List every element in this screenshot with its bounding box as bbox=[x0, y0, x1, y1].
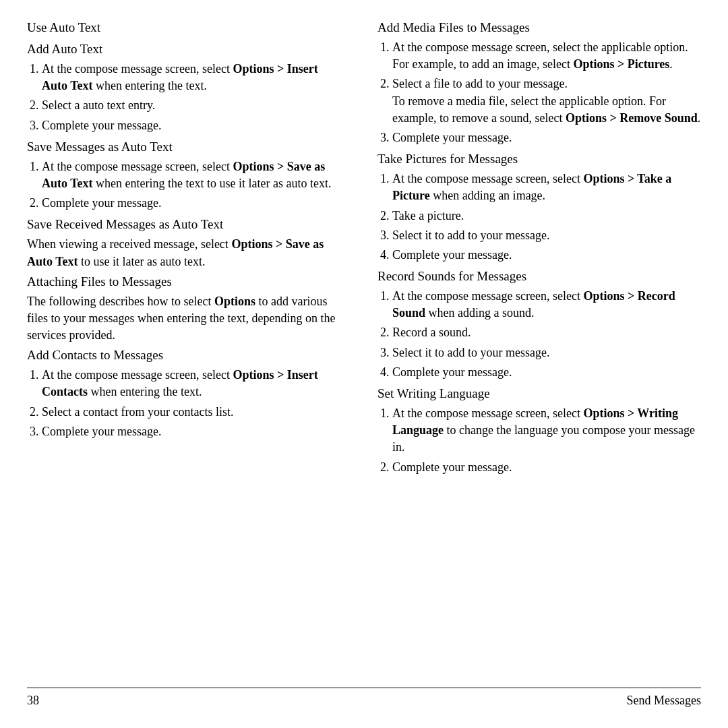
list-item: At the compose message screen, select Op… bbox=[42, 367, 344, 400]
content-area: Use Auto Text Add Auto Text At the compo… bbox=[27, 20, 701, 681]
list-item: Select it to add to your message. bbox=[392, 344, 701, 361]
footer-section-label: Send Messages bbox=[627, 694, 702, 708]
section-title-record-sounds: Record Sounds for Messages bbox=[377, 269, 526, 283]
add-contacts-list: At the compose message screen, select Op… bbox=[42, 367, 344, 440]
add-auto-text-list: At the compose message screen, select Op… bbox=[42, 61, 344, 134]
right-column: Add Media Files to Messages At the compo… bbox=[364, 20, 701, 681]
list-item: Complete your message. bbox=[42, 117, 344, 134]
section-save-messages-auto-text: Save Messages as Auto Text At the compos… bbox=[27, 140, 344, 212]
section-title-save-received: Save Received Messages as Auto Text bbox=[27, 217, 223, 231]
left-column: Use Auto Text Add Auto Text At the compo… bbox=[27, 20, 364, 681]
section-add-contacts: Add Contacts to Messages At the compose … bbox=[27, 348, 344, 440]
section-attaching-files: Attaching Files to Messages The followin… bbox=[27, 274, 344, 344]
list-item: At the compose message screen, select th… bbox=[392, 39, 701, 73]
list-item: Take a picture. bbox=[392, 208, 701, 224]
list-item: Select it to add to your message. bbox=[392, 227, 701, 244]
section-title-writing-language: Set Writing Language bbox=[377, 386, 490, 400]
list-item: Complete your message. bbox=[392, 129, 701, 146]
list-item: Complete your message. bbox=[392, 247, 701, 264]
list-item: Complete your message. bbox=[42, 195, 344, 212]
list-item: Select a contact from your contacts list… bbox=[42, 404, 344, 421]
section-add-media-files: Add Media Files to Messages At the compo… bbox=[377, 20, 701, 146]
save-received-paragraph: When viewing a received message, select … bbox=[27, 236, 344, 270]
section-title-attaching-files: Attaching Files to Messages bbox=[27, 274, 172, 289]
section-title-take-pictures: Take Pictures for Messages bbox=[377, 152, 518, 166]
list-item: At the compose message screen, select Op… bbox=[42, 158, 344, 192]
section-add-auto-text: Add Auto Text At the compose message scr… bbox=[27, 42, 344, 134]
bold-text: Options > Insert Auto Text bbox=[42, 62, 318, 92]
record-sounds-list: At the compose message screen, select Op… bbox=[392, 288, 701, 381]
use-auto-text-header: Use Auto Text bbox=[27, 20, 344, 35]
section-title-save-messages: Save Messages as Auto Text bbox=[27, 140, 173, 154]
section-title-add-contacts: Add Contacts to Messages bbox=[27, 348, 163, 362]
writing-language-list: At the compose message screen, select Op… bbox=[392, 405, 701, 476]
take-pictures-list: At the compose message screen, select Op… bbox=[392, 171, 701, 264]
list-item: At the compose message screen, select Op… bbox=[392, 288, 701, 322]
bold-text: Options > Writing Language bbox=[392, 406, 678, 437]
section-save-received-auto-text: Save Received Messages as Auto Text When… bbox=[27, 217, 344, 270]
section-set-writing-language: Set Writing Language At the compose mess… bbox=[377, 386, 701, 476]
list-item: Complete your message. bbox=[392, 459, 701, 476]
page: Use Auto Text Add Auto Text At the compo… bbox=[0, 0, 728, 728]
bold-text: Options > Record Sound bbox=[392, 289, 675, 320]
bold-text: Options > Pictures bbox=[573, 57, 669, 71]
list-item: At the compose message screen, select Op… bbox=[392, 171, 701, 204]
bold-text: Options > Save as Auto Text bbox=[27, 237, 324, 268]
bold-text: Options > Save as Auto Text bbox=[42, 160, 325, 190]
section-title-add-media: Add Media Files to Messages bbox=[377, 20, 530, 34]
bold-text: Options > Insert Contacts bbox=[42, 368, 318, 398]
save-messages-list: At the compose message screen, select Op… bbox=[42, 158, 344, 212]
section-take-pictures: Take Pictures for Messages At the compos… bbox=[377, 152, 701, 264]
page-number: 38 bbox=[27, 694, 39, 708]
list-item: Record a sound. bbox=[392, 324, 701, 341]
attaching-files-paragraph: The following describes how to select Op… bbox=[27, 293, 344, 344]
section-record-sounds: Record Sounds for Messages At the compos… bbox=[377, 269, 701, 381]
bold-text: Options > Take a Picture bbox=[392, 172, 671, 202]
page-footer: 38 Send Messages bbox=[27, 688, 701, 708]
list-item: Complete your message. bbox=[392, 364, 701, 381]
list-item: Complete your message. bbox=[42, 423, 344, 440]
section-title-add-auto-text: Add Auto Text bbox=[27, 42, 102, 56]
bold-text: Options > Remove Sound bbox=[566, 111, 698, 125]
bold-text: Options bbox=[214, 295, 255, 308]
list-item: At the compose message screen, select Op… bbox=[42, 61, 344, 94]
add-media-list: At the compose message screen, select th… bbox=[392, 39, 701, 146]
list-item: Select a file to add to your message. To… bbox=[392, 75, 701, 127]
list-item: Select a auto text entry. bbox=[42, 97, 344, 114]
list-item: At the compose message screen, select Op… bbox=[392, 405, 701, 456]
